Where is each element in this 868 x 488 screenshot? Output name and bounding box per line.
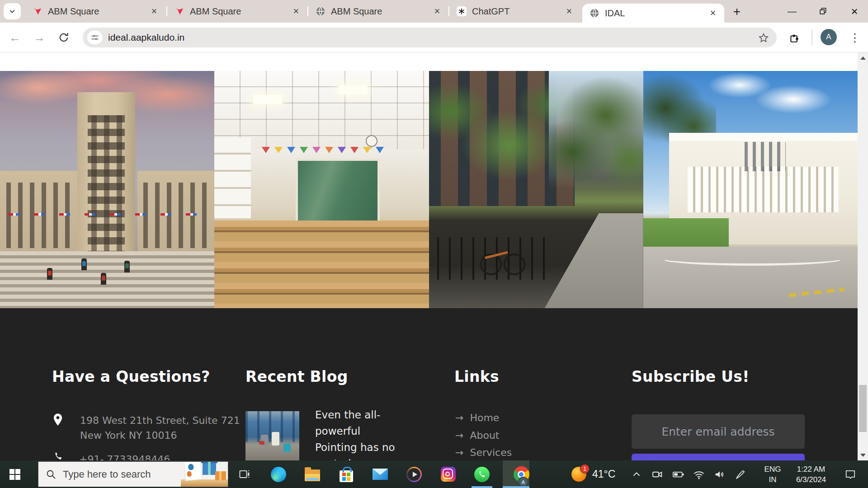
search-input[interactable]: [62, 468, 172, 481]
forward-button[interactable]: →: [30, 28, 49, 47]
language-line1: ENG: [762, 464, 783, 474]
bookmark-star-icon[interactable]: [757, 31, 770, 45]
profile-avatar[interactable]: A: [821, 29, 837, 45]
student-figure: [272, 432, 279, 446]
tab-abm-square-3[interactable]: ABM Square ×: [308, 0, 448, 23]
tab-close-icon[interactable]: ×: [430, 5, 444, 18]
footer-link-home[interactable]: → Home: [455, 410, 499, 425]
scrollbar-up-button[interactable]: [858, 52, 868, 63]
tab-search-button[interactable]: [4, 3, 21, 19]
abm-logo-icon: [175, 6, 184, 16]
movies-tv-app-icon[interactable]: [401, 460, 427, 488]
chrome-app-active[interactable]: A: [503, 460, 529, 488]
photo-ivy-building: [429, 71, 643, 308]
meet-now-camera-icon[interactable]: [647, 460, 667, 488]
browser-menu-button[interactable]: ⋮: [846, 29, 863, 46]
tab-abm-square-1[interactable]: ABM Square ×: [25, 0, 165, 23]
browser-toolbar: ← → ideal.aapkaludo.in A ⋮: [0, 23, 868, 52]
new-tab-button[interactable]: +: [729, 4, 745, 19]
running-indicator: [472, 486, 492, 488]
whatsapp-app-icon[interactable]: [469, 460, 495, 488]
hidden-icons-button[interactable]: [627, 460, 646, 488]
chevron-down-icon: [8, 7, 17, 16]
student-figure: [261, 435, 268, 446]
tab-close-icon[interactable]: ×: [562, 5, 576, 18]
language-indicator[interactable]: ENG IN: [762, 464, 783, 485]
wall-clock: [366, 135, 377, 147]
tab-title: ABM Square: [190, 6, 289, 17]
footer-link-about[interactable]: → About: [455, 428, 499, 443]
mail-app-icon[interactable]: [367, 460, 393, 488]
tab-title: IDAL: [605, 8, 706, 19]
windows-taskbar: A 1 41°C ENG IN 1:22 AM: [0, 460, 868, 488]
page-scrollbar[interactable]: [858, 52, 868, 460]
reload-button[interactable]: [54, 28, 73, 47]
abm-logo-icon: [33, 6, 42, 16]
address-line-2: New York NY 10016: [80, 428, 240, 443]
footer-link-label[interactable]: Home: [470, 410, 499, 425]
address-bar[interactable]: ideal.aapkaludo.in: [83, 28, 777, 47]
microsoft-store-app-icon[interactable]: [333, 460, 359, 488]
backpack: [283, 444, 291, 452]
tab-close-icon[interactable]: ×: [147, 5, 161, 18]
instagram-app-icon[interactable]: [435, 460, 461, 488]
photo-classroom: [214, 71, 429, 308]
clock-date: 6/3/2024: [790, 474, 832, 485]
tab-title: ChatGPT: [472, 6, 562, 17]
address-line-1: 198 West 21th Street, Suite 721: [80, 413, 240, 428]
extensions-puzzle-icon[interactable]: [786, 29, 803, 46]
globe-icon: [590, 8, 599, 18]
doodle-card: [184, 462, 203, 481]
page-viewport: Have a Questions? 198 West 21th Street, …: [0, 52, 868, 460]
footer-link-label[interactable]: Services: [470, 445, 512, 460]
window-restore-button[interactable]: [810, 0, 835, 23]
notification-badge: 1: [580, 464, 590, 474]
campus-photo-gallery: [0, 71, 858, 308]
pen-icon[interactable]: [731, 460, 750, 488]
bicycle-wheel: [504, 253, 525, 275]
tab-abm-square-2[interactable]: ABM Square ×: [167, 0, 307, 23]
back-button[interactable]: ←: [5, 28, 24, 47]
campus-trees: [549, 71, 643, 218]
tab-close-icon[interactable]: ×: [706, 6, 720, 20]
subscribe-heading: Subscribe Us!: [632, 368, 750, 385]
ceiling-light: [253, 95, 282, 104]
student-figure: [124, 261, 130, 272]
site-footer: Have a Questions? 198 West 21th Street, …: [0, 308, 858, 460]
email-input[interactable]: [632, 414, 805, 449]
tab-chatgpt[interactable]: ChatGPT ×: [449, 0, 580, 23]
search-doodle: [181, 462, 228, 487]
file-explorer-app-icon[interactable]: [299, 460, 326, 488]
browser-window: ABM Square × ABM Square × ABM Square × C…: [0, 0, 868, 488]
tab-close-icon[interactable]: ×: [289, 5, 303, 18]
handprint-blue: [188, 464, 194, 470]
start-button[interactable]: [0, 460, 30, 488]
tab-idal-active[interactable]: IDAL ×: [582, 4, 724, 23]
url-text[interactable]: ideal.aapkaludo.in: [108, 32, 184, 43]
wifi-icon[interactable]: [689, 460, 709, 488]
ceiling-light: [339, 85, 368, 94]
site-settings-icon[interactable]: [87, 31, 103, 44]
volume-icon[interactable]: [710, 460, 730, 488]
scrollbar-thumb[interactable]: [859, 385, 867, 432]
weather-widget-icon[interactable]: 1: [571, 467, 586, 482]
book: [259, 441, 264, 445]
blog-post-thumbnail[interactable]: [245, 411, 299, 460]
taskbar-clock[interactable]: 1:22 AM 6/3/2024: [790, 464, 832, 485]
footer-link-services[interactable]: → Services: [455, 445, 512, 460]
edge-app-icon[interactable]: [265, 460, 292, 488]
window-close-button[interactable]: ×: [841, 0, 868, 23]
weather-temperature[interactable]: 41°C: [592, 468, 615, 480]
task-view-button[interactable]: [231, 460, 258, 488]
taskbar-search[interactable]: [38, 461, 228, 487]
window-minimize-button[interactable]: —: [779, 0, 805, 23]
reload-icon: [58, 32, 70, 43]
location-pin-icon: [53, 413, 63, 427]
action-center-button[interactable]: [839, 460, 862, 488]
scrollbar-down-button[interactable]: [858, 450, 868, 460]
doodle-gift-blue: [203, 463, 216, 475]
tab-title: ABM Square: [331, 6, 430, 17]
photo-campus-entrance-sunset: [0, 71, 214, 308]
footer-link-label[interactable]: About: [470, 428, 499, 443]
battery-icon[interactable]: [668, 460, 688, 488]
